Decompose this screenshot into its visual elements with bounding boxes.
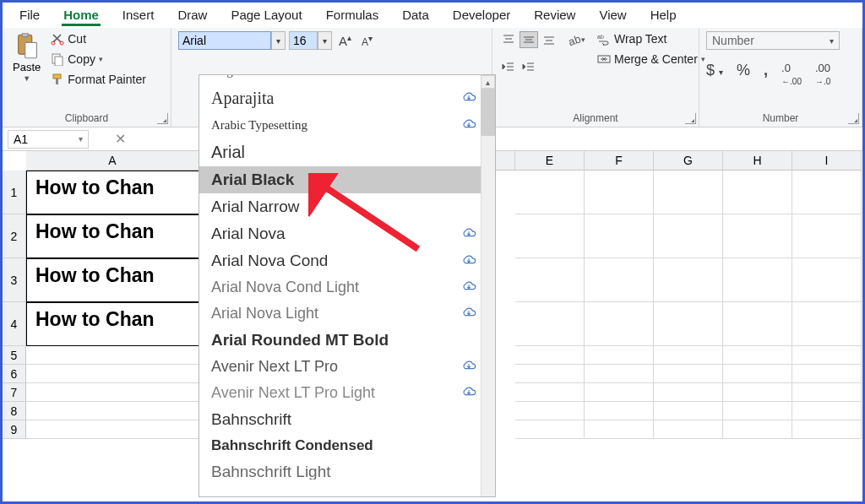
cell[interactable] (26, 402, 199, 420)
font-option[interactable]: AngsanaUPC (199, 74, 495, 84)
align-bottom-button[interactable] (540, 31, 558, 48)
cell[interactable] (515, 346, 585, 365)
number-dialog-launcher[interactable] (848, 113, 859, 124)
cell[interactable] (723, 214, 792, 258)
font-name-input[interactable] (178, 31, 271, 50)
cell[interactable] (654, 402, 723, 420)
cell[interactable] (515, 365, 585, 383)
tab-review[interactable]: Review (532, 6, 577, 26)
font-option[interactable]: Avenir Next LT Pro (199, 354, 495, 380)
column-header[interactable]: E (515, 151, 585, 171)
tab-developer[interactable]: Developer (451, 6, 512, 26)
cell[interactable] (26, 365, 199, 383)
font-size-combo[interactable]: ▾ (289, 31, 332, 50)
cell[interactable] (654, 302, 723, 346)
cell[interactable] (515, 258, 585, 302)
cell[interactable] (515, 214, 585, 258)
font-option[interactable]: Bahnschrift Light (199, 458, 495, 480)
font-option[interactable]: Arial Rounded MT Bold (199, 327, 495, 354)
row-header[interactable]: 6 (3, 365, 26, 383)
column-header[interactable]: I (792, 151, 862, 171)
cell[interactable] (723, 365, 792, 383)
cell[interactable] (792, 420, 862, 439)
tab-insert[interactable]: Insert (121, 6, 156, 26)
scroll-up-button[interactable]: ▴ (481, 75, 495, 89)
font-option[interactable]: Aparajita (199, 84, 495, 112)
cell[interactable] (723, 171, 792, 214)
cell[interactable]: How to Chan (26, 214, 199, 258)
percent-format-button[interactable]: % (737, 62, 750, 87)
cut-button[interactable]: Cut (49, 31, 148, 46)
column-header[interactable]: H (723, 151, 792, 171)
cell[interactable] (26, 346, 199, 365)
cell[interactable] (723, 346, 792, 365)
name-box[interactable]: A1 ▾ (8, 130, 89, 149)
cell[interactable] (515, 420, 585, 439)
cell[interactable] (723, 402, 792, 420)
number-format-combo[interactable]: Number ▾ (706, 31, 840, 50)
row-header[interactable]: 3 (3, 258, 26, 302)
increase-indent-button[interactable] (520, 58, 538, 75)
font-size-drop-icon[interactable]: ▾ (318, 31, 332, 50)
font-option[interactable]: Arial Black (199, 166, 495, 193)
cell[interactable]: How to Chan (26, 258, 199, 302)
column-header[interactable]: G (654, 151, 723, 171)
cell[interactable] (585, 258, 654, 302)
cell[interactable] (723, 302, 792, 346)
cell[interactable] (792, 365, 862, 383)
font-dropdown-list[interactable]: AngsanaUPCAparajitaArabic TypesettingAri… (199, 74, 496, 497)
tab-data[interactable]: Data (400, 6, 431, 26)
tab-page-layout[interactable]: Page Layout (229, 6, 303, 26)
cell[interactable] (792, 171, 862, 214)
tab-help[interactable]: Help (649, 6, 678, 26)
cell[interactable] (723, 420, 792, 439)
alignment-dialog-launcher[interactable] (685, 113, 696, 124)
row-header[interactable]: 4 (3, 302, 26, 346)
cell[interactable] (515, 402, 585, 420)
cell[interactable] (654, 420, 723, 439)
cell[interactable] (654, 214, 723, 258)
cell[interactable]: How to Chan (26, 171, 199, 214)
font-option[interactable]: Avenir Next LT Pro Light (199, 380, 495, 406)
cell[interactable] (792, 214, 862, 258)
cell[interactable] (515, 302, 585, 346)
decrease-decimal-button[interactable]: .00→.0 (815, 62, 830, 87)
row-header[interactable]: 2 (3, 214, 26, 258)
format-painter-button[interactable]: Format Painter (49, 72, 148, 87)
cell[interactable] (585, 420, 654, 439)
cell[interactable] (654, 365, 723, 383)
cell[interactable] (585, 402, 654, 420)
column-header[interactable]: A (26, 151, 199, 171)
cell[interactable]: How to Chan (26, 302, 199, 346)
font-option[interactable]: Bahnschrift (199, 406, 495, 433)
copy-button[interactable]: Copy ▾ (49, 51, 148, 67)
cell[interactable] (26, 420, 199, 439)
font-option[interactable]: Arial Nova Cond (199, 247, 495, 274)
increase-decimal-button[interactable]: .0←.00 (781, 62, 802, 87)
font-size-input[interactable] (289, 31, 318, 50)
font-option[interactable]: Arabic Typesetting (199, 112, 495, 138)
align-top-button[interactable] (499, 31, 518, 48)
decrease-font-button[interactable]: A▾ (358, 34, 376, 48)
accounting-format-button[interactable]: $ ▾ (706, 62, 723, 87)
cell[interactable] (585, 214, 654, 258)
merge-center-button[interactable]: Merge & Center ▾ (596, 51, 707, 67)
paste-button[interactable]: Paste ▼ (9, 31, 44, 84)
cell[interactable] (654, 346, 723, 365)
cell[interactable] (585, 171, 654, 214)
cell[interactable] (723, 383, 792, 402)
row-header[interactable]: 7 (3, 383, 26, 402)
cell[interactable] (26, 383, 199, 402)
font-option[interactable]: Arial Narrow (199, 193, 495, 220)
cell[interactable] (723, 258, 792, 302)
cell[interactable] (515, 171, 585, 214)
tab-file[interactable]: File (18, 6, 41, 26)
tab-view[interactable]: View (597, 6, 628, 26)
tab-formulas[interactable]: Formulas (324, 6, 381, 26)
decrease-indent-button[interactable] (499, 58, 518, 75)
scroll-thumb[interactable] (481, 89, 495, 136)
font-name-combo[interactable]: ▾ (178, 31, 286, 50)
row-header[interactable]: 5 (3, 346, 26, 365)
orientation-button[interactable]: ab▾ (567, 31, 585, 48)
align-middle-button[interactable] (520, 31, 538, 48)
